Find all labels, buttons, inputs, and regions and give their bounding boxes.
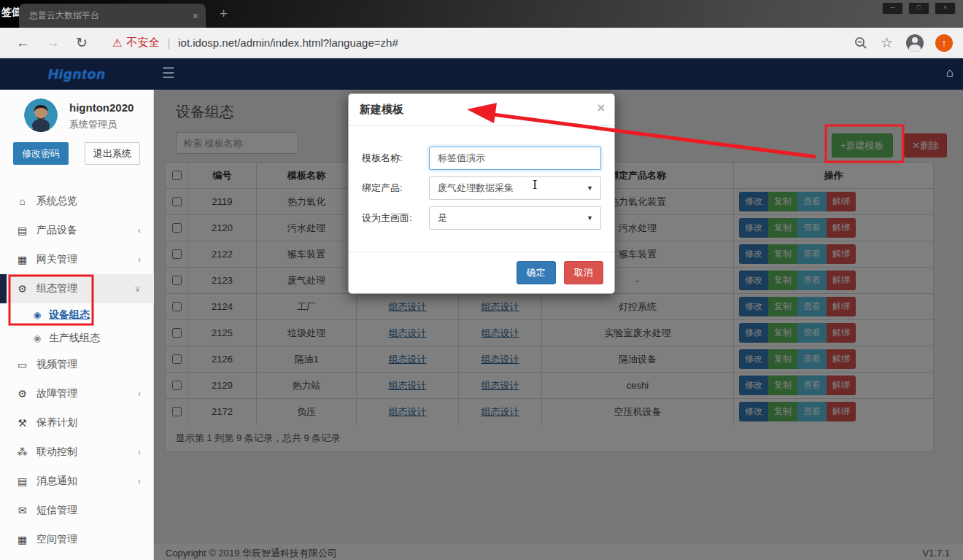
brand-logo: Hignton bbox=[0, 58, 154, 90]
back-icon[interactable]: ← bbox=[16, 35, 30, 51]
sidebar-item-linkage-control[interactable]: ⁂联动控制‹ bbox=[0, 438, 154, 467]
sidebar-item-gateway-management[interactable]: ▦网关管理‹ bbox=[0, 245, 154, 274]
browser-toolbar: ← → ↻ ⚠ 不安全 | iot.idosp.net/admin/index.… bbox=[0, 28, 963, 58]
close-icon[interactable]: × bbox=[597, 101, 605, 116]
sidebar-item-device-configuration[interactable]: ◉设备组态 bbox=[0, 303, 154, 327]
confirm-button[interactable]: 确定 bbox=[517, 261, 556, 284]
chevron-icon: ‹ bbox=[138, 225, 141, 236]
sidebar-item-video-management[interactable]: ▭视频管理 bbox=[0, 350, 154, 379]
devices-icon: ▤ bbox=[16, 225, 28, 236]
space-icon: ▦ bbox=[16, 534, 28, 545]
modal-header: 新建模板 × bbox=[349, 94, 614, 126]
sidebar-item-configuration-management[interactable]: ⚙组态管理∨ bbox=[0, 274, 154, 303]
main-screen-label: 设为主画面: bbox=[362, 211, 429, 225]
cancel-button[interactable]: 取消 bbox=[564, 261, 603, 284]
sidebar-item-system-overview[interactable]: ⌂系统总览 bbox=[0, 187, 154, 216]
chevron-icon: ‹ bbox=[138, 389, 141, 399]
logout-button[interactable]: 退出系统 bbox=[85, 142, 140, 165]
envelope-icon: ✉ bbox=[16, 505, 28, 516]
close-window-icon[interactable]: × bbox=[935, 2, 956, 15]
sidebar-item-label: 消息通知 bbox=[36, 475, 138, 488]
close-tab-icon[interactable]: × bbox=[193, 11, 198, 21]
browser-titlebar: 签值 思普云大数据平台 × + ─ □ × bbox=[0, 0, 963, 28]
modal-body: 模板名称: 绑定产品: 废气处理数据采集 ▼ 设为主画面: 是 ▼ bbox=[349, 126, 614, 252]
profile-icon[interactable] bbox=[906, 34, 924, 52]
sidebar-item-label: 生产线组态 bbox=[49, 332, 141, 345]
bookmark-star-icon[interactable]: ☆ bbox=[881, 34, 893, 51]
brand-logo-text: Hignton bbox=[48, 66, 106, 82]
sidebar-item-sms-management[interactable]: ✉短信管理 bbox=[0, 496, 154, 525]
zoom-out-icon[interactable] bbox=[854, 36, 868, 50]
monitor-icon: ▭ bbox=[16, 359, 28, 370]
main-screen-select[interactable]: 是 ▼ bbox=[429, 206, 601, 230]
sidebar-item-label: 视频管理 bbox=[36, 358, 141, 371]
chevron-icon: ∨ bbox=[134, 284, 141, 294]
sidebar-item-maintenance-plan[interactable]: ⚒保养计划 bbox=[0, 408, 154, 438]
tab-title: 思普云大数据平台 bbox=[29, 9, 193, 22]
sidebar-menu: ⌂系统总览▤产品设备‹▦网关管理‹⚙组态管理∨◉设备组态◉生产线组态▭视频管理⚙… bbox=[0, 187, 154, 554]
chevron-down-icon: ▼ bbox=[587, 214, 593, 222]
home-icon[interactable]: ⌂ bbox=[946, 66, 954, 80]
refresh-icon[interactable]: ↻ bbox=[76, 34, 88, 51]
sidebar-item-production-line-configuration[interactable]: ◉生产线组态 bbox=[0, 327, 154, 350]
template-name-input[interactable] bbox=[429, 147, 601, 170]
update-icon[interactable]: ↑ bbox=[935, 34, 953, 52]
hamburger-icon[interactable]: ☰ bbox=[162, 64, 175, 82]
browser-tab[interactable]: 思普云大数据平台 × bbox=[19, 4, 206, 28]
book-icon: ▤ bbox=[16, 475, 28, 487]
chevron-icon: ‹ bbox=[138, 476, 141, 486]
wrench-icon: ⚒ bbox=[16, 417, 28, 429]
new-template-modal: 新建模板 × 模板名称: 绑定产品: 废气处理数据采集 ▼ 设为主画面: 是 ▼… bbox=[348, 93, 615, 294]
warning-icon: ⚠ bbox=[112, 36, 122, 50]
minimize-icon[interactable]: ─ bbox=[882, 2, 903, 15]
chevron-icon: ‹ bbox=[138, 254, 141, 265]
dot-circle-icon: ◉ bbox=[32, 310, 42, 320]
sidebar-item-label: 故障管理 bbox=[36, 387, 138, 400]
security-label: 不安全 bbox=[126, 36, 159, 50]
forward-icon[interactable]: → bbox=[46, 35, 60, 51]
sidebar-item-label: 系统总览 bbox=[36, 195, 141, 208]
sidebar-item-label: 空间管理 bbox=[36, 533, 141, 546]
avatar bbox=[24, 98, 58, 132]
sitemap-icon: ⁂ bbox=[16, 446, 28, 458]
sidebar-item-label: 设备组态 bbox=[49, 308, 141, 322]
sidebar-item-label: 网关管理 bbox=[36, 253, 138, 266]
dot-circle-icon: ◉ bbox=[32, 333, 42, 343]
app-navbar: Hignton ☰ ⌂ bbox=[0, 58, 963, 90]
sidebar-item-label: 产品设备 bbox=[36, 224, 138, 237]
home-icon: ⌂ bbox=[16, 195, 28, 207]
url-separator: | bbox=[167, 36, 170, 49]
bind-product-select[interactable]: 废气处理数据采集 ▼ bbox=[429, 176, 601, 200]
change-password-button[interactable]: 修改密码 bbox=[13, 142, 69, 165]
new-tab-icon[interactable]: + bbox=[220, 6, 228, 22]
gears-icon: ⚙ bbox=[16, 388, 28, 400]
maximize-icon[interactable]: □ bbox=[908, 2, 929, 15]
sidebar-item-message-notification[interactable]: ▤消息通知‹ bbox=[0, 467, 154, 496]
template-name-label: 模板名称: bbox=[362, 152, 429, 165]
sidebar-item-space-management[interactable]: ▦空间管理 bbox=[0, 525, 154, 554]
gears-icon: ⚙ bbox=[16, 283, 28, 295]
bind-product-label: 绑定产品: bbox=[362, 182, 429, 195]
sidebar-item-label: 保养计划 bbox=[36, 416, 141, 429]
chevron-down-icon: ▼ bbox=[587, 184, 593, 192]
user-role: 系统管理员 bbox=[69, 118, 117, 131]
sidebar-item-label: 组态管理 bbox=[36, 282, 134, 295]
chevron-icon: ‹ bbox=[138, 447, 141, 457]
window-controls: ─ □ × bbox=[882, 2, 956, 15]
sidebar-item-product-device[interactable]: ▤产品设备‹ bbox=[0, 216, 154, 245]
sidebar: hignton2020 系统管理员 修改密码 退出系统 ⌂系统总览▤产品设备‹▦… bbox=[0, 90, 154, 560]
sidebar-item-label: 联动控制 bbox=[36, 446, 138, 459]
sidebar-item-label: 短信管理 bbox=[36, 504, 141, 517]
modal-title: 新建模板 bbox=[360, 103, 403, 115]
user-name: hignton2020 bbox=[69, 101, 134, 114]
gateway-icon: ▦ bbox=[16, 254, 28, 265]
address-bar[interactable]: iot.idosp.net/admin/index.html?language=… bbox=[178, 36, 398, 49]
sidebar-item-fault-management[interactable]: ⚙故障管理‹ bbox=[0, 379, 154, 408]
modal-footer: 确定 取消 bbox=[349, 252, 614, 293]
